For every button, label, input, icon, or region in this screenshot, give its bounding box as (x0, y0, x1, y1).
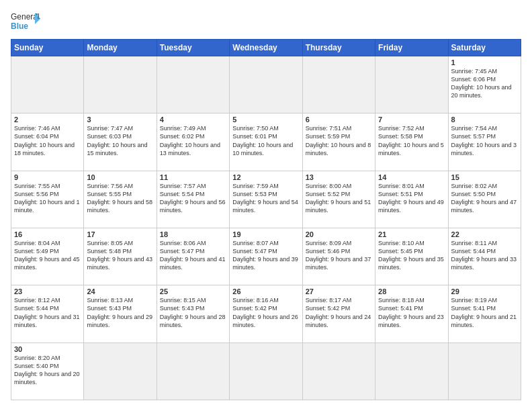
day-info: Sunrise: 7:56 AM Sunset: 5:55 PM Dayligh… (87, 182, 153, 215)
weekday-header-wednesday: Wednesday (230, 40, 302, 56)
week-row-3: 9Sunrise: 7:55 AM Sunset: 5:56 PM Daylig… (11, 171, 521, 228)
day-info: Sunrise: 8:07 AM Sunset: 5:47 PM Dayligh… (232, 239, 299, 272)
week-row-4: 16Sunrise: 8:04 AM Sunset: 5:49 PM Dayli… (11, 228, 521, 285)
day-number: 3 (87, 116, 153, 124)
day-info: Sunrise: 7:52 AM Sunset: 5:58 PM Dayligh… (378, 124, 445, 157)
day-info: Sunrise: 7:46 AM Sunset: 6:04 PM Dayligh… (14, 124, 81, 157)
calendar-cell: 19Sunrise: 8:07 AM Sunset: 5:47 PM Dayli… (230, 228, 302, 285)
calendar-cell: 20Sunrise: 8:09 AM Sunset: 5:46 PM Dayli… (302, 228, 375, 285)
weekday-header-saturday: Saturday (448, 40, 521, 56)
calendar-cell: 18Sunrise: 8:06 AM Sunset: 5:47 PM Dayli… (157, 228, 229, 285)
week-row-1: 1Sunrise: 7:45 AM Sunset: 6:06 PM Daylig… (11, 56, 521, 113)
week-row-6: 30Sunrise: 8:20 AM Sunset: 5:40 PM Dayli… (11, 342, 521, 400)
calendar-cell: 12Sunrise: 7:59 AM Sunset: 5:53 PM Dayli… (230, 171, 302, 228)
calendar-cell: 17Sunrise: 8:05 AM Sunset: 5:48 PM Dayli… (84, 228, 157, 285)
day-info: Sunrise: 8:15 AM Sunset: 5:43 PM Dayligh… (160, 296, 226, 329)
calendar-cell (84, 342, 157, 400)
day-info: Sunrise: 8:19 AM Sunset: 5:41 PM Dayligh… (451, 296, 518, 329)
day-number: 16 (14, 230, 81, 238)
calendar-cell: 8Sunrise: 7:54 AM Sunset: 5:57 PM Daylig… (448, 113, 521, 171)
weekday-header-sunday: Sunday (11, 40, 84, 56)
day-number: 6 (306, 116, 372, 124)
calendar-cell (157, 56, 229, 113)
day-info: Sunrise: 8:09 AM Sunset: 5:46 PM Dayligh… (306, 239, 372, 272)
day-info: Sunrise: 8:20 AM Sunset: 5:40 PM Dayligh… (14, 354, 81, 387)
weekday-header-tuesday: Tuesday (157, 40, 229, 56)
day-number: 10 (87, 173, 153, 181)
day-number: 18 (160, 230, 226, 238)
day-number: 20 (306, 230, 372, 238)
day-number: 9 (14, 173, 81, 181)
day-info: Sunrise: 8:17 AM Sunset: 5:42 PM Dayligh… (306, 296, 372, 329)
calendar-cell (157, 342, 229, 400)
day-number: 25 (160, 287, 226, 295)
calendar-cell: 25Sunrise: 8:15 AM Sunset: 5:43 PM Dayli… (157, 285, 229, 342)
calendar-cell (302, 56, 375, 113)
calendar-cell: 7Sunrise: 7:52 AM Sunset: 5:58 PM Daylig… (375, 113, 448, 171)
calendar-cell (11, 56, 84, 113)
calendar-cell: 23Sunrise: 8:12 AM Sunset: 5:44 PM Dayli… (11, 285, 84, 342)
day-info: Sunrise: 8:02 AM Sunset: 5:50 PM Dayligh… (451, 182, 518, 215)
day-number: 8 (451, 116, 518, 124)
calendar-cell (302, 342, 375, 400)
day-number: 28 (378, 287, 445, 295)
weekday-header-monday: Monday (84, 40, 157, 56)
day-number: 17 (87, 230, 153, 238)
day-info: Sunrise: 8:13 AM Sunset: 5:43 PM Dayligh… (87, 296, 153, 329)
day-number: 24 (87, 287, 153, 295)
calendar-cell (375, 56, 448, 113)
calendar-cell: 29Sunrise: 8:19 AM Sunset: 5:41 PM Dayli… (448, 285, 521, 342)
header: General Blue (11, 11, 521, 34)
calendar-cell: 4Sunrise: 7:49 AM Sunset: 6:02 PM Daylig… (157, 113, 229, 171)
generalblue-logo-icon: General Blue (11, 11, 40, 34)
day-number: 29 (451, 287, 518, 295)
calendar-cell: 28Sunrise: 8:18 AM Sunset: 5:41 PM Dayli… (375, 285, 448, 342)
day-number: 26 (232, 287, 299, 295)
day-number: 19 (232, 230, 299, 238)
day-number: 11 (160, 173, 226, 181)
calendar: SundayMondayTuesdayWednesdayThursdayFrid… (11, 39, 521, 400)
calendar-cell (84, 56, 157, 113)
calendar-cell: 1Sunrise: 7:45 AM Sunset: 6:06 PM Daylig… (448, 56, 521, 113)
day-info: Sunrise: 7:59 AM Sunset: 5:53 PM Dayligh… (232, 182, 299, 215)
day-info: Sunrise: 8:01 AM Sunset: 5:51 PM Dayligh… (378, 182, 445, 215)
day-info: Sunrise: 7:55 AM Sunset: 5:56 PM Dayligh… (14, 182, 81, 215)
calendar-cell: 14Sunrise: 8:01 AM Sunset: 5:51 PM Dayli… (375, 171, 448, 228)
day-info: Sunrise: 8:00 AM Sunset: 5:52 PM Dayligh… (306, 182, 372, 215)
day-number: 27 (306, 287, 372, 295)
day-info: Sunrise: 7:51 AM Sunset: 5:59 PM Dayligh… (306, 124, 372, 157)
calendar-cell: 6Sunrise: 7:51 AM Sunset: 5:59 PM Daylig… (302, 113, 375, 171)
calendar-cell: 15Sunrise: 8:02 AM Sunset: 5:50 PM Dayli… (448, 171, 521, 228)
day-number: 1 (451, 58, 518, 66)
day-info: Sunrise: 8:05 AM Sunset: 5:48 PM Dayligh… (87, 239, 153, 272)
calendar-cell: 26Sunrise: 8:16 AM Sunset: 5:42 PM Dayli… (230, 285, 302, 342)
day-number: 13 (306, 173, 372, 181)
day-info: Sunrise: 8:16 AM Sunset: 5:42 PM Dayligh… (232, 296, 299, 329)
calendar-cell: 5Sunrise: 7:50 AM Sunset: 6:01 PM Daylig… (230, 113, 302, 171)
calendar-cell: 9Sunrise: 7:55 AM Sunset: 5:56 PM Daylig… (11, 171, 84, 228)
calendar-cell: 27Sunrise: 8:17 AM Sunset: 5:42 PM Dayli… (302, 285, 375, 342)
day-info: Sunrise: 8:12 AM Sunset: 5:44 PM Dayligh… (14, 296, 81, 329)
calendar-cell: 21Sunrise: 8:10 AM Sunset: 5:45 PM Dayli… (375, 228, 448, 285)
day-number: 4 (160, 116, 226, 124)
day-number: 12 (232, 173, 299, 181)
day-number: 2 (14, 116, 81, 124)
day-number: 30 (14, 345, 81, 353)
day-info: Sunrise: 8:10 AM Sunset: 5:45 PM Dayligh… (378, 239, 445, 272)
day-info: Sunrise: 8:06 AM Sunset: 5:47 PM Dayligh… (160, 239, 226, 272)
day-number: 15 (451, 173, 518, 181)
day-info: Sunrise: 7:50 AM Sunset: 6:01 PM Dayligh… (232, 124, 299, 157)
day-info: Sunrise: 8:11 AM Sunset: 5:44 PM Dayligh… (451, 239, 518, 272)
day-info: Sunrise: 7:49 AM Sunset: 6:02 PM Dayligh… (160, 124, 226, 157)
calendar-cell: 30Sunrise: 8:20 AM Sunset: 5:40 PM Dayli… (11, 342, 84, 400)
day-info: Sunrise: 7:54 AM Sunset: 5:57 PM Dayligh… (451, 124, 518, 157)
calendar-cell: 10Sunrise: 7:56 AM Sunset: 5:55 PM Dayli… (84, 171, 157, 228)
weekday-header-thursday: Thursday (302, 40, 375, 56)
day-number: 7 (378, 116, 445, 124)
calendar-cell: 11Sunrise: 7:57 AM Sunset: 5:54 PM Dayli… (157, 171, 229, 228)
calendar-cell: 22Sunrise: 8:11 AM Sunset: 5:44 PM Dayli… (448, 228, 521, 285)
weekday-header-row: SundayMondayTuesdayWednesdayThursdayFrid… (11, 40, 521, 56)
week-row-2: 2Sunrise: 7:46 AM Sunset: 6:04 PM Daylig… (11, 113, 521, 171)
page: General Blue SundayMondayTuesdayWednesda… (0, 0, 532, 411)
day-number: 21 (378, 230, 445, 238)
